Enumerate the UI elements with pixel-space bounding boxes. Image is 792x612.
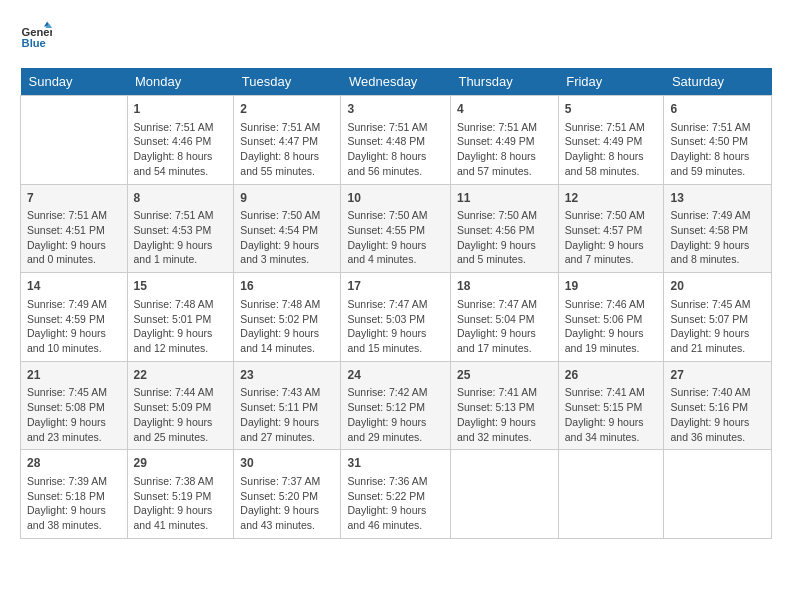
calendar-cell — [664, 450, 772, 539]
calendar-cell: 15Sunrise: 7:48 AM Sunset: 5:01 PM Dayli… — [127, 273, 234, 362]
day-info: Sunrise: 7:51 AM Sunset: 4:46 PM Dayligh… — [134, 120, 228, 179]
day-info: Sunrise: 7:50 AM Sunset: 4:54 PM Dayligh… — [240, 208, 334, 267]
calendar-cell: 24Sunrise: 7:42 AM Sunset: 5:12 PM Dayli… — [341, 361, 451, 450]
day-info: Sunrise: 7:51 AM Sunset: 4:48 PM Dayligh… — [347, 120, 444, 179]
week-row-2: 7Sunrise: 7:51 AM Sunset: 4:51 PM Daylig… — [21, 184, 772, 273]
calendar-header: SundayMondayTuesdayWednesdayThursdayFrid… — [21, 68, 772, 96]
day-number: 11 — [457, 190, 552, 207]
calendar-cell: 23Sunrise: 7:43 AM Sunset: 5:11 PM Dayli… — [234, 361, 341, 450]
header-cell-thursday: Thursday — [450, 68, 558, 96]
calendar-cell: 11Sunrise: 7:50 AM Sunset: 4:56 PM Dayli… — [450, 184, 558, 273]
day-info: Sunrise: 7:51 AM Sunset: 4:53 PM Dayligh… — [134, 208, 228, 267]
day-info: Sunrise: 7:50 AM Sunset: 4:55 PM Dayligh… — [347, 208, 444, 267]
calendar-cell: 31Sunrise: 7:36 AM Sunset: 5:22 PM Dayli… — [341, 450, 451, 539]
calendar-cell: 28Sunrise: 7:39 AM Sunset: 5:18 PM Dayli… — [21, 450, 128, 539]
day-info: Sunrise: 7:48 AM Sunset: 5:01 PM Dayligh… — [134, 297, 228, 356]
calendar-cell: 20Sunrise: 7:45 AM Sunset: 5:07 PM Dayli… — [664, 273, 772, 362]
calendar-cell: 29Sunrise: 7:38 AM Sunset: 5:19 PM Dayli… — [127, 450, 234, 539]
day-info: Sunrise: 7:47 AM Sunset: 5:04 PM Dayligh… — [457, 297, 552, 356]
calendar-cell: 12Sunrise: 7:50 AM Sunset: 4:57 PM Dayli… — [558, 184, 664, 273]
day-info: Sunrise: 7:44 AM Sunset: 5:09 PM Dayligh… — [134, 385, 228, 444]
calendar-cell: 1Sunrise: 7:51 AM Sunset: 4:46 PM Daylig… — [127, 96, 234, 185]
header-cell-saturday: Saturday — [664, 68, 772, 96]
day-info: Sunrise: 7:37 AM Sunset: 5:20 PM Dayligh… — [240, 474, 334, 533]
calendar-cell: 8Sunrise: 7:51 AM Sunset: 4:53 PM Daylig… — [127, 184, 234, 273]
day-number: 9 — [240, 190, 334, 207]
day-info: Sunrise: 7:51 AM Sunset: 4:51 PM Dayligh… — [27, 208, 121, 267]
day-number: 30 — [240, 455, 334, 472]
day-number: 25 — [457, 367, 552, 384]
day-number: 7 — [27, 190, 121, 207]
calendar-cell — [558, 450, 664, 539]
day-info: Sunrise: 7:51 AM Sunset: 4:49 PM Dayligh… — [565, 120, 658, 179]
day-number: 15 — [134, 278, 228, 295]
calendar-cell: 26Sunrise: 7:41 AM Sunset: 5:15 PM Dayli… — [558, 361, 664, 450]
day-info: Sunrise: 7:43 AM Sunset: 5:11 PM Dayligh… — [240, 385, 334, 444]
day-number: 29 — [134, 455, 228, 472]
week-row-1: 1Sunrise: 7:51 AM Sunset: 4:46 PM Daylig… — [21, 96, 772, 185]
week-row-5: 28Sunrise: 7:39 AM Sunset: 5:18 PM Dayli… — [21, 450, 772, 539]
day-number: 6 — [670, 101, 765, 118]
day-number: 12 — [565, 190, 658, 207]
calendar-cell: 5Sunrise: 7:51 AM Sunset: 4:49 PM Daylig… — [558, 96, 664, 185]
calendar-cell: 18Sunrise: 7:47 AM Sunset: 5:04 PM Dayli… — [450, 273, 558, 362]
day-info: Sunrise: 7:51 AM Sunset: 4:50 PM Dayligh… — [670, 120, 765, 179]
day-info: Sunrise: 7:38 AM Sunset: 5:19 PM Dayligh… — [134, 474, 228, 533]
week-row-4: 21Sunrise: 7:45 AM Sunset: 5:08 PM Dayli… — [21, 361, 772, 450]
day-number: 22 — [134, 367, 228, 384]
day-number: 2 — [240, 101, 334, 118]
calendar-cell: 30Sunrise: 7:37 AM Sunset: 5:20 PM Dayli… — [234, 450, 341, 539]
day-info: Sunrise: 7:48 AM Sunset: 5:02 PM Dayligh… — [240, 297, 334, 356]
day-number: 1 — [134, 101, 228, 118]
header-cell-wednesday: Wednesday — [341, 68, 451, 96]
calendar-cell: 25Sunrise: 7:41 AM Sunset: 5:13 PM Dayli… — [450, 361, 558, 450]
day-info: Sunrise: 7:47 AM Sunset: 5:03 PM Dayligh… — [347, 297, 444, 356]
calendar-cell: 6Sunrise: 7:51 AM Sunset: 4:50 PM Daylig… — [664, 96, 772, 185]
calendar-cell: 13Sunrise: 7:49 AM Sunset: 4:58 PM Dayli… — [664, 184, 772, 273]
logo: General Blue — [20, 20, 56, 52]
header-row: SundayMondayTuesdayWednesdayThursdayFrid… — [21, 68, 772, 96]
day-info: Sunrise: 7:51 AM Sunset: 4:49 PM Dayligh… — [457, 120, 552, 179]
day-info: Sunrise: 7:36 AM Sunset: 5:22 PM Dayligh… — [347, 474, 444, 533]
day-info: Sunrise: 7:50 AM Sunset: 4:57 PM Dayligh… — [565, 208, 658, 267]
logo-icon: General Blue — [20, 20, 52, 52]
day-number: 20 — [670, 278, 765, 295]
day-number: 5 — [565, 101, 658, 118]
day-number: 24 — [347, 367, 444, 384]
day-number: 18 — [457, 278, 552, 295]
header-cell-tuesday: Tuesday — [234, 68, 341, 96]
day-number: 26 — [565, 367, 658, 384]
day-info: Sunrise: 7:41 AM Sunset: 5:13 PM Dayligh… — [457, 385, 552, 444]
week-row-3: 14Sunrise: 7:49 AM Sunset: 4:59 PM Dayli… — [21, 273, 772, 362]
calendar-cell: 10Sunrise: 7:50 AM Sunset: 4:55 PM Dayli… — [341, 184, 451, 273]
calendar-cell — [21, 96, 128, 185]
day-number: 31 — [347, 455, 444, 472]
day-info: Sunrise: 7:39 AM Sunset: 5:18 PM Dayligh… — [27, 474, 121, 533]
day-info: Sunrise: 7:49 AM Sunset: 4:59 PM Dayligh… — [27, 297, 121, 356]
day-number: 13 — [670, 190, 765, 207]
header-cell-monday: Monday — [127, 68, 234, 96]
day-info: Sunrise: 7:46 AM Sunset: 5:06 PM Dayligh… — [565, 297, 658, 356]
day-number: 10 — [347, 190, 444, 207]
calendar-cell: 21Sunrise: 7:45 AM Sunset: 5:08 PM Dayli… — [21, 361, 128, 450]
calendar-cell: 27Sunrise: 7:40 AM Sunset: 5:16 PM Dayli… — [664, 361, 772, 450]
calendar-cell: 22Sunrise: 7:44 AM Sunset: 5:09 PM Dayli… — [127, 361, 234, 450]
day-number: 23 — [240, 367, 334, 384]
day-info: Sunrise: 7:45 AM Sunset: 5:08 PM Dayligh… — [27, 385, 121, 444]
day-info: Sunrise: 7:42 AM Sunset: 5:12 PM Dayligh… — [347, 385, 444, 444]
day-number: 3 — [347, 101, 444, 118]
header-cell-sunday: Sunday — [21, 68, 128, 96]
day-number: 19 — [565, 278, 658, 295]
day-number: 28 — [27, 455, 121, 472]
day-info: Sunrise: 7:45 AM Sunset: 5:07 PM Dayligh… — [670, 297, 765, 356]
calendar-cell: 17Sunrise: 7:47 AM Sunset: 5:03 PM Dayli… — [341, 273, 451, 362]
day-info: Sunrise: 7:40 AM Sunset: 5:16 PM Dayligh… — [670, 385, 765, 444]
day-info: Sunrise: 7:41 AM Sunset: 5:15 PM Dayligh… — [565, 385, 658, 444]
calendar-cell — [450, 450, 558, 539]
day-number: 8 — [134, 190, 228, 207]
svg-text:Blue: Blue — [22, 37, 46, 49]
day-number: 21 — [27, 367, 121, 384]
day-info: Sunrise: 7:49 AM Sunset: 4:58 PM Dayligh… — [670, 208, 765, 267]
calendar-body: 1Sunrise: 7:51 AM Sunset: 4:46 PM Daylig… — [21, 96, 772, 539]
calendar-cell: 2Sunrise: 7:51 AM Sunset: 4:47 PM Daylig… — [234, 96, 341, 185]
